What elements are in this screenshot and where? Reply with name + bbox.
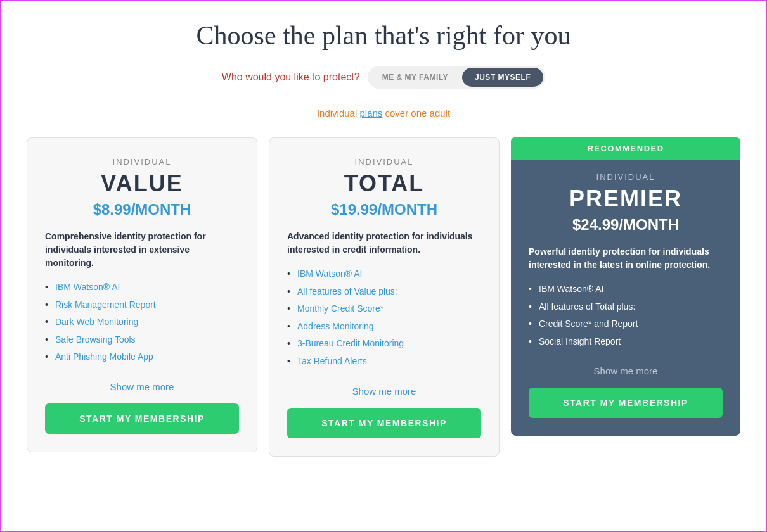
value-feature-5: Anti Phishing Mobile App xyxy=(45,351,239,364)
individual-note-post: cover one adult xyxy=(382,108,450,118)
value-name: VALUE xyxy=(45,170,239,197)
total-feature-6: Tax Refund Alerts xyxy=(287,355,481,368)
premier-features-list: IBM Watson® AI All features of Total plu… xyxy=(529,283,723,353)
value-feature-3: Dark Web Monitoring xyxy=(45,316,239,329)
premier-description: Powerful identity protection for individ… xyxy=(529,245,723,272)
protect-question: Who would you like to protect? xyxy=(222,72,360,83)
value-feature-4: Safe Browsing Tools xyxy=(45,334,239,346)
value-description: Comprehensive identity protection for in… xyxy=(45,230,239,270)
total-feature-3: Monthly Credit Score* xyxy=(287,303,481,315)
value-features-list: IBM Watson® AI Risk Management Report Da… xyxy=(45,281,239,369)
value-show-more[interactable]: Show me more xyxy=(45,381,239,392)
toggle-container: ME & MY FAMILY JUST MYSELF xyxy=(368,66,546,89)
total-cta-button[interactable]: START MY MEMBERSHIP xyxy=(287,408,481,438)
premier-price: $24.99/MONTH xyxy=(529,216,723,234)
total-features-list: IBM Watson® AI All features of Value plu… xyxy=(287,268,481,373)
premier-show-more[interactable]: Show me more xyxy=(529,365,723,376)
individual-note-pre: Individual xyxy=(317,108,360,118)
value-price: $8.99/MONTH xyxy=(45,201,239,218)
toggle-myself-button[interactable]: JUST MYSELF xyxy=(462,68,543,87)
plans-container: INDIVIDUAL VALUE $8.99/MONTH Comprehensi… xyxy=(20,137,747,457)
total-tier: INDIVIDUAL xyxy=(287,157,481,167)
individual-plans-link[interactable]: plans xyxy=(359,108,382,118)
total-feature-2: All features of Value plus: xyxy=(287,286,481,298)
plan-card-total: INDIVIDUAL TOTAL $19.99/MONTH Advanced i… xyxy=(269,137,500,457)
premier-name: PREMIER xyxy=(529,186,723,212)
premier-feature-2: All features of Total plus: xyxy=(529,301,723,314)
total-name: TOTAL xyxy=(287,170,481,197)
value-tier: INDIVIDUAL xyxy=(45,157,239,167)
premier-feature-4: Social Insight Report xyxy=(529,336,723,348)
value-feature-1: IBM Watson® AI xyxy=(45,281,239,294)
total-feature-4: Address Monitoring xyxy=(287,320,481,333)
value-cta-button[interactable]: START MY MEMBERSHIP xyxy=(45,403,239,434)
individual-note: Individual plans cover one adult xyxy=(317,108,450,118)
total-feature-1: IBM Watson® AI xyxy=(287,268,481,281)
premier-feature-3: Credit Score* and Report xyxy=(529,318,723,331)
premier-cta-button[interactable]: START MY MEMBERSHIP xyxy=(529,388,723,418)
toggle-family-button[interactable]: ME & MY FAMILY xyxy=(370,68,461,87)
toggle-row: Who would you like to protect? ME & MY F… xyxy=(222,66,545,89)
page-title: Choose the plan that's right for you xyxy=(197,20,571,51)
page-wrapper: Choose the plan that's right for you Who… xyxy=(0,0,767,532)
recommended-badge: RECOMMENDED xyxy=(511,137,740,160)
total-show-more[interactable]: Show me more xyxy=(287,386,481,396)
premier-tier: INDIVIDUAL xyxy=(529,172,723,182)
premier-feature-1: IBM Watson® AI xyxy=(529,283,723,296)
total-price: $19.99/MONTH xyxy=(287,201,481,218)
total-feature-5: 3-Bureau Credit Monitoring xyxy=(287,338,481,350)
plan-card-premier: RECOMMENDED INDIVIDUAL PREMIER $24.99/MO… xyxy=(511,137,740,436)
total-description: Advanced identity protection for individ… xyxy=(287,230,481,256)
plan-card-value: INDIVIDUAL VALUE $8.99/MONTH Comprehensi… xyxy=(27,137,257,452)
value-feature-2: Risk Management Report xyxy=(45,299,239,312)
